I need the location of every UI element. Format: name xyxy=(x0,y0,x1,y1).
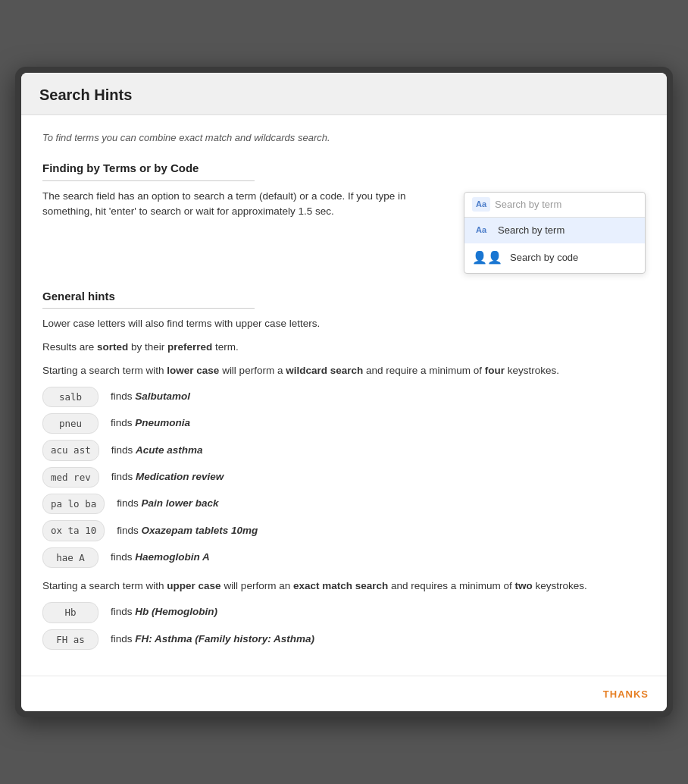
search-dropdown-mockup: Aa Search by term Aa Search by term 👤👤 S… xyxy=(464,192,646,274)
dropdown-term-label: Search by term xyxy=(498,223,564,238)
dropdown-item-code[interactable]: 👤👤 Search by code xyxy=(464,243,645,273)
example-item-oxta10: ox ta 10 finds Oxazepam tablets 10mg xyxy=(42,520,646,541)
section2-para1: Lower case letters will also find terms … xyxy=(42,316,646,332)
intro-text: To find terms you can combine exact matc… xyxy=(42,130,646,146)
section1-body: The search field has an option to search… xyxy=(42,189,446,221)
text-paloba: finds Pain lower back xyxy=(117,496,218,512)
section2-para2: Results are sorted by their preferred te… xyxy=(42,340,646,356)
badge-fhas: FH as xyxy=(42,629,99,650)
section2-para3: Starting a search term with lower case w… xyxy=(42,363,646,379)
dropdown-code-label: Search by code xyxy=(510,250,578,265)
section2-para4: Starting a search term with upper case w… xyxy=(42,579,646,594)
badge-haea: hae A xyxy=(42,547,99,568)
text-pneu: finds Pneumonia xyxy=(111,416,190,431)
text-salb: finds Salbutamol xyxy=(111,389,190,405)
modal-inner: Search Hints To find terms you can combi… xyxy=(21,73,667,711)
text-acuast: finds Acute asthma xyxy=(111,443,203,459)
modal-outer: Search Hints To find terms you can combi… xyxy=(15,67,673,717)
text-haea: finds Haemoglobin A xyxy=(111,550,210,566)
badge-oxta10: ox ta 10 xyxy=(42,520,105,541)
text-oxta10: finds Oxazepam tablets 10mg xyxy=(117,523,258,539)
exact-examples-list: Hb finds Hb (Hemoglobin) FH as finds FH:… xyxy=(42,602,646,650)
people-icon: 👤👤 xyxy=(472,249,502,268)
thanks-button[interactable]: THANKS xyxy=(603,688,649,700)
example-item-salb: salb finds Salbutamol xyxy=(42,387,646,407)
example-item-hb: Hb finds Hb (Hemoglobin) xyxy=(42,602,646,622)
upper-section: Starting a search term with upper case w… xyxy=(42,579,646,650)
example-item-medrev: med rev finds Medication review xyxy=(42,467,646,488)
badge-paloba: pa lo ba xyxy=(42,494,105,514)
section2-heading: General hints xyxy=(42,287,646,305)
section2: General hints Lower case letters will al… xyxy=(42,287,646,650)
modal-footer: THANKS xyxy=(21,676,667,711)
dropdown-placeholder: Search by term xyxy=(495,197,561,212)
modal-header: Search Hints xyxy=(21,73,667,115)
dropdown-item-term[interactable]: Aa Search by term xyxy=(464,218,645,243)
section2-divider xyxy=(42,308,255,309)
dropdown-search-bar: Aa Search by term xyxy=(464,193,645,218)
badge-salb: salb xyxy=(42,387,99,407)
badge-pneu: pneu xyxy=(42,413,99,434)
example-item-pneu: pneu finds Pneumonia xyxy=(42,413,646,434)
section1-heading: Finding by Terms or by Code xyxy=(42,159,646,177)
text-medrev: finds Medication review xyxy=(111,469,224,485)
example-item-haea: hae A finds Haemoglobin A xyxy=(42,547,646,568)
aa-badge-term: Aa xyxy=(472,223,490,237)
section1-left: The search field has an option to search… xyxy=(42,189,446,228)
text-hb: finds Hb (Hemoglobin) xyxy=(111,604,217,620)
section1-divider xyxy=(42,180,255,181)
modal-body: To find terms you can combine exact matc… xyxy=(21,115,667,676)
example-item-fhas: FH as finds FH: Asthma (Family history: … xyxy=(42,629,646,650)
modal-title: Search Hints xyxy=(39,86,649,104)
aa-badge-top: Aa xyxy=(472,197,490,212)
example-item-paloba: pa lo ba finds Pain lower back xyxy=(42,494,646,514)
badge-medrev: med rev xyxy=(42,467,99,488)
badge-acuast: acu ast xyxy=(42,440,99,460)
badge-hb: Hb xyxy=(42,602,99,622)
wildcard-examples-list: salb finds Salbutamol pneu finds Pneumon… xyxy=(42,387,646,569)
section1-content-row: The search field has an option to search… xyxy=(42,189,646,274)
section1-right: Aa Search by term Aa Search by term 👤👤 S… xyxy=(464,192,646,274)
text-fhas: finds FH: Asthma (Family history: Asthma… xyxy=(111,632,314,648)
example-item-acuast: acu ast finds Acute asthma xyxy=(42,440,646,460)
